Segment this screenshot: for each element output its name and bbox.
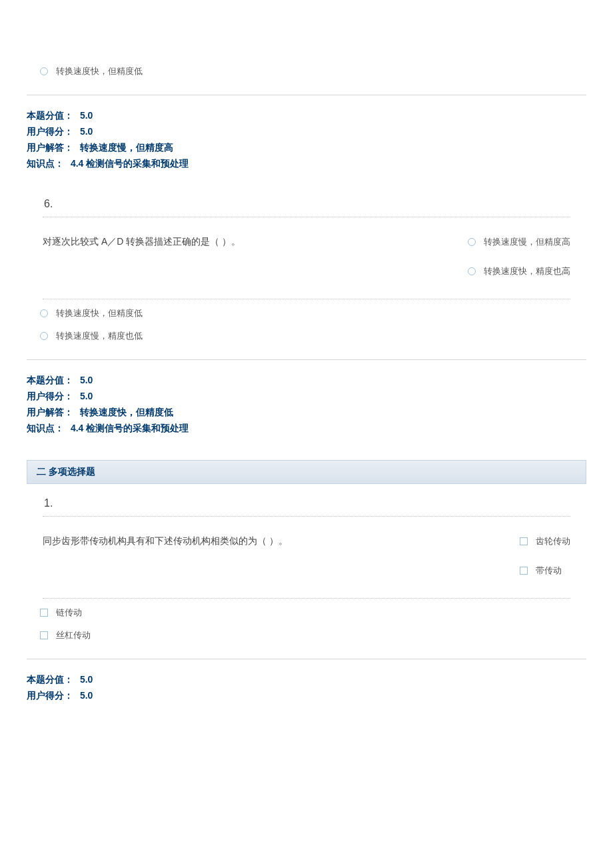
m1-option-b[interactable]: 带传动	[520, 559, 570, 582]
checkbox-icon	[520, 537, 528, 545]
top-whitespace	[27, 0, 586, 60]
right-options: 齿轮传动 带传动	[520, 530, 570, 589]
m1-option-c[interactable]: 链传动	[40, 601, 586, 624]
q6-option-a[interactable]: 转换速度慢，但精度高	[468, 231, 570, 253]
score-label: 本题分值：	[27, 671, 73, 687]
score-row: 本题分值： 5.0	[27, 372, 586, 388]
option-label: 转换速度快，但精度低	[56, 65, 143, 77]
divider	[27, 659, 586, 659]
question-number: 1.	[27, 491, 586, 516]
section-title: 二 多项选择题	[37, 466, 95, 477]
user-answer-label: 用户解答：	[27, 139, 73, 155]
score-value: 5.0	[80, 671, 93, 687]
q6-option-b[interactable]: 转换速度快，精度也高	[468, 260, 570, 283]
option-label: 转换速度慢，精度也低	[56, 330, 143, 342]
user-score-row: 用户得分： 5.0	[27, 123, 586, 139]
radio-icon	[40, 67, 48, 75]
user-score-value: 5.0	[80, 388, 93, 404]
user-score-label: 用户得分：	[27, 388, 73, 404]
m1-option-a[interactable]: 齿轮传动	[520, 530, 570, 553]
score-value: 5.0	[80, 107, 93, 123]
option-label: 带传动	[536, 565, 562, 577]
score-label: 本题分值：	[27, 107, 73, 123]
lower-options: 链传动 丝杠传动	[27, 601, 586, 647]
q6-option-c[interactable]: 转换速度快，但精度低	[40, 302, 586, 325]
radio-icon	[468, 267, 476, 275]
score-label: 本题分值：	[27, 372, 73, 388]
question-text: 对逐次比较式 A／D 转换器描述正确的是（ ）。	[43, 231, 468, 248]
score-row: 本题分值： 5.0	[27, 671, 586, 687]
question-6: 6. 对逐次比较式 A／D 转换器描述正确的是（ ）。 转换速度慢，但精度高 转…	[27, 191, 586, 347]
question-number: 6.	[27, 191, 586, 217]
option-label: 链传动	[56, 607, 82, 619]
question-text: 同步齿形带传动机构具有和下述传动机构相类似的为（ ）。	[43, 530, 520, 547]
checkbox-icon	[40, 609, 48, 617]
q5-score-block: 本题分值： 5.0 用户得分： 5.0 用户解答： 转换速度慢，但精度高 知识点…	[27, 107, 586, 171]
user-answer-row: 用户解答： 转换速度慢，但精度高	[27, 139, 586, 155]
section-2-header: 二 多项选择题	[27, 460, 586, 484]
user-score-label: 用户得分：	[27, 687, 73, 703]
q6-option-d[interactable]: 转换速度慢，精度也低	[40, 325, 586, 347]
user-score-row: 用户得分： 5.0	[27, 687, 586, 703]
option-label: 丝杠传动	[56, 629, 91, 641]
option-label: 齿轮传动	[536, 535, 570, 547]
option-label: 转换速度慢，但精度高	[484, 236, 570, 248]
knowledge-point-row: 知识点： 4.4 检测信号的采集和预处理	[27, 155, 586, 171]
user-score-label: 用户得分：	[27, 123, 73, 139]
radio-icon	[40, 332, 48, 340]
question-body: 同步齿形带传动机构具有和下述传动机构相类似的为（ ）。 齿轮传动 带传动	[27, 517, 586, 598]
option-label: 转换速度快，但精度低	[56, 307, 143, 319]
kp-label: 知识点：	[27, 155, 64, 171]
user-score-value: 5.0	[80, 687, 93, 703]
checkbox-icon	[520, 567, 528, 575]
user-score-row: 用户得分： 5.0	[27, 388, 586, 404]
dotted-divider	[43, 299, 570, 299]
user-score-value: 5.0	[80, 123, 93, 139]
knowledge-point-row: 知识点： 4.4 检测信号的采集和预处理	[27, 420, 586, 436]
option-label: 转换速度快，精度也高	[484, 265, 570, 277]
radio-icon	[468, 238, 476, 246]
q6-score-block: 本题分值： 5.0 用户得分： 5.0 用户解答： 转换速度快，但精度低 知识点…	[27, 372, 586, 436]
kp-value: 4.4 检测信号的采集和预处理	[71, 420, 189, 436]
score-row: 本题分值： 5.0	[27, 107, 586, 123]
question-body: 对逐次比较式 A／D 转换器描述正确的是（ ）。 转换速度慢，但精度高 转换速度…	[27, 217, 586, 299]
divider	[27, 95, 586, 95]
q5-option-d[interactable]: 转换速度快，但精度低	[40, 60, 586, 83]
divider	[27, 359, 586, 360]
user-answer-value: 转换速度快，但精度低	[80, 404, 173, 420]
checkbox-icon	[40, 631, 48, 639]
m1-option-d[interactable]: 丝杠传动	[40, 624, 586, 647]
user-answer-row: 用户解答： 转换速度快，但精度低	[27, 404, 586, 420]
lower-options: 转换速度快，但精度低 转换速度慢，精度也低	[27, 302, 586, 347]
multi-question-1: 1. 同步齿形带传动机构具有和下述传动机构相类似的为（ ）。 齿轮传动 带传动 …	[27, 491, 586, 647]
m1-score-block: 本题分值： 5.0 用户得分： 5.0	[27, 671, 586, 703]
user-answer-value: 转换速度慢，但精度高	[80, 139, 173, 155]
user-answer-label: 用户解答：	[27, 404, 73, 420]
kp-value: 4.4 检测信号的采集和预处理	[71, 155, 189, 171]
radio-icon	[40, 309, 48, 317]
score-value: 5.0	[80, 372, 93, 388]
right-options: 转换速度慢，但精度高 转换速度快，精度也高	[468, 231, 570, 289]
dotted-divider	[43, 598, 570, 599]
kp-label: 知识点：	[27, 420, 64, 436]
